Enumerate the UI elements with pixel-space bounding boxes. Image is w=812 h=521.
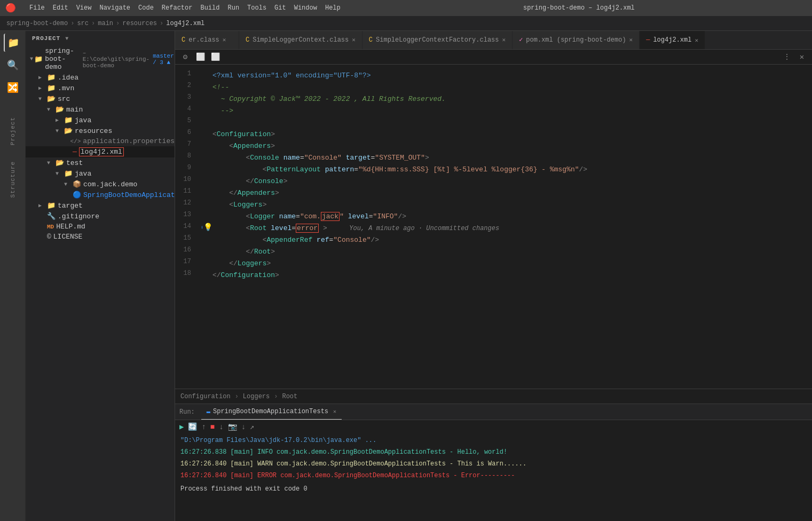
code-line-5: 5: [175, 117, 812, 129]
stop-icon[interactable]: ■: [210, 423, 215, 431]
tree-license[interactable]: © LICENSE: [26, 232, 175, 242]
menu-navigate[interactable]: Navigate: [99, 4, 130, 12]
bottom-tab-run[interactable]: ▬ SpringBootDemoApplicationTests ✕: [201, 405, 342, 420]
code-line-11: 11 </Appenders>: [175, 187, 812, 199]
scroll-down2-icon[interactable]: ↓: [241, 423, 246, 431]
breadcrumb-project[interactable]: spring-boot-demo: [6, 20, 68, 27]
mvn-icon: 📁: [47, 84, 56, 92]
log-error-line: 16:27:26.840 [main] ERROR com.jack.demo.…: [180, 471, 807, 483]
code-line-18: 18 </Configuration>: [175, 270, 812, 281]
line-num-16: 16: [175, 246, 202, 254]
play-icon[interactable]: ▶: [179, 422, 184, 431]
tree-gitignore[interactable]: 🔧 .gitignore: [26, 211, 175, 222]
tree-log4j2[interactable]: — log4j2.xml: [26, 146, 175, 157]
tab-pom-close[interactable]: ✕: [629, 36, 633, 43]
root-path: – E:\Code\git\spring-boot-demo: [83, 50, 149, 69]
menu-run[interactable]: Run: [227, 4, 239, 12]
scroll-down-icon[interactable]: ↓: [219, 423, 223, 431]
tree-root[interactable]: ▼ 📁 spring-boot-demo – E:\Code\git\sprin…: [26, 46, 175, 72]
code-line-10: 10 </Console>: [175, 176, 812, 187]
tab-log4j2[interactable]: — log4j2.xml ✕: [640, 31, 705, 49]
activity-search[interactable]: 🔍: [4, 56, 22, 74]
cb-loggers[interactable]: Loggers: [243, 393, 270, 400]
bottom-tabs-bar: Run: ▬ SpringBootDemoApplicationTests ✕: [175, 404, 812, 420]
settings-icon[interactable]: ⚙: [179, 51, 191, 63]
simplelogger-icon: C: [246, 36, 249, 44]
activity-vcs[interactable]: 🔀: [4, 78, 22, 97]
line-num-7: 7: [175, 140, 202, 148]
tab-simpleloggerfactory[interactable]: C SimpleLoggerContextFactory.class ✕: [362, 31, 513, 49]
arrow-test-java: ▼: [56, 171, 64, 177]
code-line-2: 2 <!--: [175, 82, 812, 93]
rerun-icon[interactable]: 🔄: [188, 422, 197, 431]
menu-tools[interactable]: Tools: [247, 4, 266, 12]
more-icon[interactable]: ⋮: [781, 51, 793, 63]
breadcrumb-file[interactable]: log4j2.xml: [166, 20, 204, 27]
code-line-1: 1 <?xml version="1.0" encoding="UTF-8"?>: [175, 70, 812, 82]
tab-log4j2-close[interactable]: ✕: [695, 37, 698, 44]
sidebar-header: Project ▼: [26, 31, 175, 46]
tab-logger-class[interactable]: C er.class ✕: [175, 31, 239, 49]
line-num-17: 17: [175, 258, 202, 265]
split-icon[interactable]: ⬜: [209, 51, 221, 63]
breadcrumb-resources[interactable]: resources: [122, 20, 157, 27]
line-content-7: <Appenders>: [212, 140, 807, 152]
tab-simplelogger[interactable]: C SimpleLoggerContext.class ✕: [239, 31, 362, 49]
main-name: main: [66, 106, 83, 114]
tree-java[interactable]: ▶ 📁 java: [26, 115, 175, 125]
line-content-12: <Loggers>: [212, 199, 807, 211]
project-dropdown-icon[interactable]: ▼: [65, 36, 69, 42]
menu-git[interactable]: Git: [274, 4, 286, 12]
menu-build[interactable]: Build: [200, 4, 219, 12]
tree-help[interactable]: MD HELP.md: [26, 222, 175, 232]
quick-fix-bulb[interactable]: 💡: [203, 223, 212, 232]
camera-icon[interactable]: 📷: [228, 422, 237, 431]
tab-simplelogger-close[interactable]: ✕: [352, 36, 356, 43]
tree-src[interactable]: ▼ 📂 src: [26, 93, 175, 104]
menu-window[interactable]: Window: [294, 4, 317, 12]
export-icon[interactable]: ↗: [250, 422, 254, 431]
menu-help[interactable]: Help: [325, 4, 341, 12]
breadcrumb-src[interactable]: src: [77, 20, 89, 27]
gitignore-name: .gitignore: [58, 212, 99, 220]
tree-test-java[interactable]: ▼ 📁 java: [26, 168, 175, 179]
line-content-17: </Loggers>: [212, 258, 807, 270]
run-tab-close[interactable]: ✕: [333, 408, 336, 415]
menu-edit[interactable]: Edit: [53, 4, 68, 12]
license-icon: ©: [47, 233, 51, 241]
code-editor[interactable]: 1 <?xml version="1.0" encoding="UTF-8"?>…: [175, 65, 812, 389]
side-label-structure[interactable]: Structure: [10, 161, 16, 198]
tree-mvn[interactable]: ▶ 📁 .mvn: [26, 83, 175, 93]
activity-bar: 📁 🔍 🔀 Project Structure: [0, 31, 26, 521]
mvn-name: .mvn: [58, 84, 74, 92]
tab-simpleloggerfactory-close[interactable]: ✕: [502, 36, 506, 43]
line-num-11: 11: [175, 187, 202, 195]
tree-test[interactable]: ▼ 📂 test: [26, 157, 175, 168]
tree-target[interactable]: ▶ 📁 target: [26, 200, 175, 211]
menu-refactor[interactable]: Refactor: [162, 4, 193, 12]
test-java-icon: 📁: [64, 169, 73, 178]
tab-logger-close[interactable]: ✕: [223, 36, 226, 43]
tree-package[interactable]: ▼ 📦 com.jack.demo: [26, 179, 175, 190]
cb-configuration[interactable]: Configuration: [180, 393, 231, 400]
expand-icon[interactable]: ⬜: [194, 51, 206, 63]
tree-application-props[interactable]: </> application.properties: [26, 136, 175, 146]
close-editor-icon[interactable]: ✕: [796, 51, 808, 63]
scroll-up-icon[interactable]: ↑: [201, 423, 206, 431]
cb-root[interactable]: Root: [282, 393, 297, 400]
tree-main[interactable]: ▼ 📂 main: [26, 104, 175, 115]
breadcrumb-main[interactable]: main: [98, 20, 113, 27]
arrow-java: ▶: [56, 117, 64, 123]
tree-test-class[interactable]: 🔵 SpringBootDemoApplicationTests: [26, 190, 175, 200]
menu-view[interactable]: View: [76, 4, 92, 12]
side-label-project[interactable]: Project: [10, 117, 16, 145]
tab-pom[interactable]: ✓ pom.xml (spring-boot-demo) ✕: [513, 31, 640, 49]
menu-bar: File Edit View Navigate Code Refactor Bu…: [29, 4, 341, 12]
resources-name: resources: [75, 127, 112, 135]
menu-file[interactable]: File: [29, 4, 45, 12]
activity-project[interactable]: 📁: [4, 34, 22, 52]
tree-resources[interactable]: ▼ 📂 resources: [26, 125, 175, 136]
line-content-2: <!--: [212, 82, 807, 93]
tree-idea[interactable]: ▶ 📁 .idea: [26, 72, 175, 83]
menu-code[interactable]: Code: [138, 4, 154, 12]
